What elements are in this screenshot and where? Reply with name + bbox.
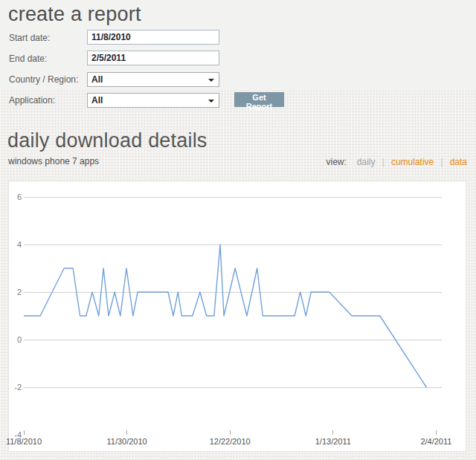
y-axis-label: 0 [9,334,22,345]
y-axis-label: 4 [9,239,22,250]
country-region-select[interactable]: All [87,72,219,87]
start-date-label: Start date: [9,30,86,45]
y-axis-label: 2 [9,287,22,297]
x-axis-label: 1/13/2011 [315,437,351,446]
chevron-down-icon [208,79,214,82]
view-option-daily[interactable]: daily [357,157,376,167]
country-region-selected-value: All [88,73,219,86]
page-title: create a report [8,3,141,26]
start-date-input[interactable] [87,30,219,45]
application-selected-value: All [88,94,219,107]
details-subtitle: windows phone 7 apps [8,156,99,166]
y-axis-label: -2 [9,382,22,392]
y-axis-label: 6 [9,192,22,202]
application-label: Application: [9,93,86,108]
view-option-cumulative[interactable]: cumulative [391,157,434,167]
x-axis-label: 2/4/2011 [420,437,451,446]
x-axis-label: 11/8/2010 [6,437,42,446]
view-option-data[interactable]: data [450,157,467,167]
end-date-label: End date: [9,51,86,66]
country-region-label: Country / Region: [9,72,86,87]
series-line [24,244,426,387]
view-label: view: [326,157,346,167]
view-controls: view: daily|cumulative|data [326,156,467,167]
download-chart-panel: 6420-2-411/8/201011/30/201012/22/20101/1… [8,181,466,452]
view-separator: | [440,156,443,167]
x-axis-label: 11/30/2010 [106,437,147,446]
marketplace-report-page: { "report_form": { "title": "create a re… [0,0,476,460]
view-separator: | [382,156,385,167]
end-date-input[interactable] [87,51,219,65]
x-axis-label: 12/22/2010 [210,437,251,446]
application-select[interactable]: All [87,93,219,108]
chart-svg [24,197,442,435]
details-section-title: daily download details [7,129,208,152]
chevron-down-icon [208,100,214,103]
get-report-button[interactable]: Get Report [234,92,284,107]
